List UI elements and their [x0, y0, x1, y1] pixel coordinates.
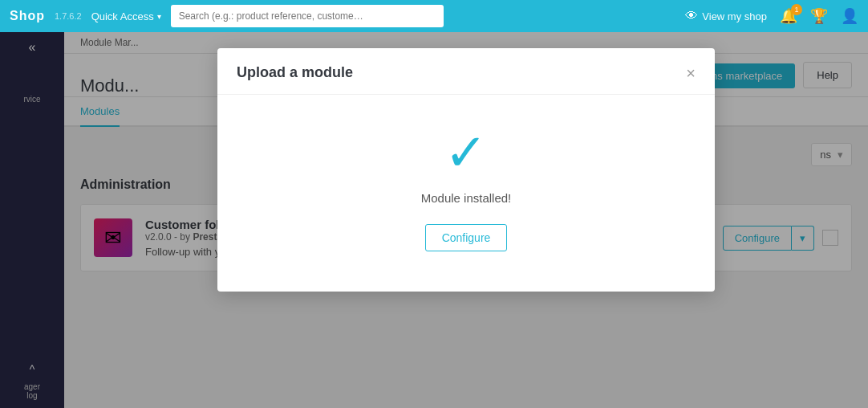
sidebar: « rvice ^ ager log [0, 32, 64, 408]
eye-icon: 👁 [685, 9, 698, 23]
view-shop-label: View my shop [702, 10, 767, 22]
modal-header: Upload a module × [217, 48, 715, 95]
success-checkmark-icon: ✓ [444, 127, 488, 178]
top-nav: Shop 1.7.6.2 Quick Access 👁 View my shop… [0, 0, 868, 32]
view-shop-button[interactable]: 👁 View my shop [685, 9, 767, 23]
quick-access-menu[interactable]: Quick Access [91, 10, 161, 22]
logo: Shop [10, 9, 45, 23]
success-message: Module installed! [421, 191, 512, 205]
modal-configure-button[interactable]: Configure [425, 224, 508, 251]
sidebar-collapse-button[interactable]: ^ [24, 363, 40, 376]
upload-module-modal: Upload a module × ✓ Module installed! Co… [217, 48, 715, 292]
notifications-button[interactable]: 🔔 1 [780, 7, 797, 25]
sidebar-item-service[interactable]: rvice [23, 95, 40, 104]
main-layout: « rvice ^ ager log Module Mar... Modu...… [0, 32, 868, 408]
modal-title: Upload a module [237, 64, 353, 81]
top-nav-right: 👁 View my shop 🔔 1 🏆 👤 [685, 7, 858, 25]
search-input[interactable] [171, 5, 444, 27]
modal-close-button[interactable]: × [686, 65, 696, 81]
modal-backdrop: Upload a module × ✓ Module installed! Co… [64, 32, 868, 408]
notification-badge: 1 [791, 4, 802, 15]
main-content: Module Mar... Modu... onnect to Addons m… [64, 32, 868, 408]
quick-access-label: Quick Access [91, 10, 154, 22]
trophy-icon[interactable]: 🏆 [810, 7, 828, 25]
version-label: 1.7.6.2 [55, 11, 82, 21]
modal-body: ✓ Module installed! Configure [217, 95, 715, 292]
sidebar-item-log[interactable]: log [24, 391, 40, 400]
user-avatar-button[interactable]: 👤 [841, 7, 858, 25]
sidebar-bottom: ^ ager log [24, 363, 40, 400]
sidebar-toggle[interactable]: « [29, 40, 36, 55]
sidebar-item-manager[interactable]: ager [24, 382, 40, 391]
